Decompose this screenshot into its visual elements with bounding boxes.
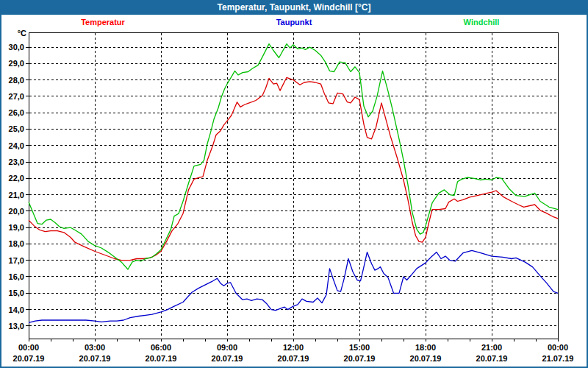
y-tick-labels: 30,029,028,027,026,025,024,023,022,021,0… (9, 43, 29, 330)
svg-text:25,0: 25,0 (9, 124, 24, 133)
svg-text:23,0: 23,0 (9, 158, 24, 166)
svg-text:00:00: 00:00 (548, 343, 568, 352)
svg-text:18,0: 18,0 (9, 239, 24, 248)
legend-taupunkt: Taupunkt (276, 18, 312, 26)
svg-text:30,0: 30,0 (9, 43, 24, 52)
svg-text:20.07.19: 20.07.19 (13, 354, 45, 363)
svg-text:21.07.19: 21.07.19 (542, 354, 574, 363)
svg-text:20.07.19: 20.07.19 (410, 354, 442, 363)
title-bar: Temperatur, Taupunkt, Windchill [°C] (0, 0, 588, 15)
svg-text:09:00: 09:00 (217, 343, 237, 352)
svg-text:26,0: 26,0 (9, 108, 24, 117)
app-window: Temperatur, Taupunkt, Windchill [°C] Tem… (0, 0, 588, 368)
svg-text:19,0: 19,0 (9, 223, 24, 232)
svg-text:20.07.19: 20.07.19 (146, 354, 177, 363)
svg-text:20.07.19: 20.07.19 (476, 354, 508, 363)
svg-text:24,0: 24,0 (9, 141, 24, 150)
legend-temperatur: Temperatur (81, 18, 125, 26)
svg-text:14,0: 14,0 (9, 305, 24, 314)
svg-text:21,0: 21,0 (9, 191, 24, 199)
x-tick-labels: 00:0020.07.1903:0020.07.1906:0020.07.190… (13, 343, 574, 363)
svg-text:20.07.19: 20.07.19 (278, 354, 309, 363)
svg-text:06:00: 06:00 (151, 343, 171, 352)
y-axis-unit-label: °C (0, 29, 26, 38)
x-gridlines (95, 33, 492, 338)
svg-text:20.07.19: 20.07.19 (344, 354, 376, 363)
svg-text:13,0: 13,0 (9, 322, 24, 330)
svg-text:20.07.19: 20.07.19 (79, 354, 111, 363)
svg-text:20,0: 20,0 (9, 207, 24, 216)
svg-text:15,0: 15,0 (9, 289, 24, 297)
svg-text:17,0: 17,0 (9, 256, 24, 265)
svg-text:27,0: 27,0 (9, 92, 24, 101)
svg-text:15:00: 15:00 (349, 343, 370, 352)
svg-text:21:00: 21:00 (481, 343, 502, 352)
svg-text:18:00: 18:00 (415, 343, 436, 352)
y-gridlines (29, 47, 557, 326)
svg-text:29,0: 29,0 (9, 59, 24, 68)
chart-canvas: 30,029,028,027,026,025,024,023,022,021,0… (0, 0, 588, 368)
svg-text:00:00: 00:00 (18, 343, 39, 352)
svg-text:20.07.19: 20.07.19 (212, 354, 243, 363)
legend-windchill: Windchill (464, 18, 500, 26)
x-minor-ticks (29, 339, 558, 342)
svg-text:16,0: 16,0 (9, 272, 24, 281)
svg-text:12:00: 12:00 (283, 343, 304, 352)
svg-text:22,0: 22,0 (9, 174, 24, 183)
window-title: Temperatur, Taupunkt, Windchill [°C] (218, 2, 371, 13)
svg-text:28,0: 28,0 (9, 76, 24, 85)
svg-text:03:00: 03:00 (85, 343, 105, 352)
